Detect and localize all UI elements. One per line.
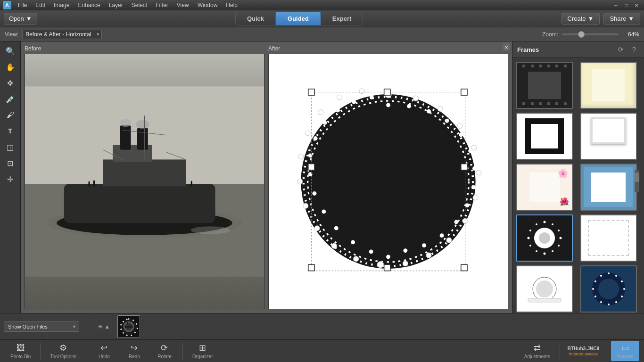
undo-icon: ↩ bbox=[100, 343, 107, 353]
frame-floral[interactable]: 🌸 🌺 bbox=[516, 164, 573, 211]
move-tool[interactable]: ✥ bbox=[3, 75, 18, 90]
svg-point-140 bbox=[134, 332, 136, 333]
minimize-button[interactable]: ─ bbox=[611, 1, 620, 9]
menu-enhance[interactable]: Enhance bbox=[74, 1, 104, 9]
show-open-wrap: Show Open Files Show All Files bbox=[4, 321, 79, 332]
svg-point-119 bbox=[621, 280, 623, 282]
frame-checked[interactable] bbox=[580, 164, 637, 211]
svg-point-83 bbox=[314, 136, 318, 140]
share-button[interactable]: Share ▼ bbox=[603, 13, 640, 25]
frame-filmstrip[interactable] bbox=[516, 62, 573, 109]
maximize-button[interactable]: □ bbox=[621, 1, 631, 9]
menu-edit[interactable]: Edit bbox=[32, 1, 49, 9]
menu-filter[interactable]: Filter bbox=[152, 1, 172, 9]
close-button[interactable]: ✕ bbox=[632, 1, 641, 9]
menu-select[interactable]: Select bbox=[128, 1, 151, 9]
svg-point-51 bbox=[377, 262, 383, 268]
svg-point-43 bbox=[457, 123, 462, 129]
text-tool[interactable]: T bbox=[3, 123, 18, 139]
organizer-button[interactable]: ⊞ Organizer bbox=[187, 341, 219, 361]
toolbar-sep-3 bbox=[182, 343, 183, 360]
svg-point-124 bbox=[600, 301, 602, 303]
view-select[interactable]: Before & After - Horizontal Before Only … bbox=[22, 30, 102, 39]
photo-bin-tool[interactable]: 🖼 Photo Bin bbox=[5, 341, 36, 361]
frame-btnhole-bottom[interactable] bbox=[516, 265, 573, 313]
sort-icon[interactable]: ≡ bbox=[98, 322, 102, 331]
undo-button[interactable]: ↩ Undo bbox=[90, 341, 118, 361]
rotate-button[interactable]: ⟳ Rotate bbox=[150, 341, 179, 361]
frames-refresh-button[interactable]: ⟳ bbox=[616, 44, 626, 55]
svg-point-117 bbox=[608, 272, 610, 274]
svg-point-49 bbox=[426, 253, 431, 258]
show-open-select[interactable]: Show Open Files Show All Files bbox=[4, 321, 79, 332]
frames-title: Frames bbox=[517, 46, 539, 53]
frame-circular-bottom[interactable] bbox=[580, 265, 637, 313]
frame-sticky[interactable] bbox=[580, 62, 637, 109]
menu-file[interactable]: File bbox=[14, 1, 31, 9]
create-button[interactable]: Create ▼ bbox=[561, 13, 600, 25]
svg-point-74 bbox=[403, 248, 407, 253]
adjustments-button[interactable]: ⇄ Adjustments bbox=[519, 341, 556, 361]
redo-label: Redo bbox=[129, 354, 140, 359]
svg-point-145 bbox=[121, 324, 122, 325]
menu-layer[interactable]: Layer bbox=[105, 1, 127, 9]
menu-view[interactable]: View bbox=[173, 1, 193, 9]
photo-bin-scrollbar[interactable] bbox=[635, 170, 639, 192]
crop-tool[interactable]: ⊡ bbox=[3, 156, 18, 171]
adjustments-label: Adjustments bbox=[524, 354, 550, 359]
after-canvas bbox=[268, 54, 508, 309]
svg-point-60 bbox=[337, 95, 342, 100]
main-toolbar: Open ▼ Quick Guided Expert Create ▼ Shar… bbox=[0, 10, 644, 27]
menu-image[interactable]: Image bbox=[50, 1, 73, 9]
open-label: Open bbox=[9, 15, 24, 22]
zoom-slider[interactable] bbox=[562, 33, 619, 35]
brush-tool[interactable]: 🖌 bbox=[3, 107, 18, 123]
svg-rect-13 bbox=[89, 181, 90, 186]
svg-rect-95 bbox=[384, 264, 390, 271]
menu-window[interactable]: Window bbox=[194, 1, 222, 9]
tool-options-btn[interactable]: ⚙ Tool Options bbox=[44, 341, 82, 361]
tab-expert[interactable]: Expert bbox=[321, 12, 363, 25]
svg-rect-135 bbox=[127, 321, 128, 324]
redo-button[interactable]: ↪ Redo bbox=[120, 341, 149, 361]
photo-thumb-item[interactable] bbox=[117, 315, 140, 338]
frames-header: Frames ⟳ ? bbox=[512, 41, 644, 58]
svg-rect-92 bbox=[308, 164, 314, 170]
expand-icon[interactable]: ▲ bbox=[104, 323, 110, 330]
tab-quick[interactable]: Quick bbox=[235, 12, 276, 25]
frames-button[interactable]: ▭ Frames bbox=[611, 341, 639, 361]
open-button[interactable]: Open ▼ bbox=[4, 13, 37, 25]
svg-point-85 bbox=[336, 108, 340, 113]
eyedropper-tool[interactable]: 💉 bbox=[3, 91, 18, 107]
svg-point-127 bbox=[594, 280, 596, 282]
frame-blackborder[interactable] bbox=[516, 113, 573, 160]
svg-point-121 bbox=[621, 296, 623, 297]
transform-tool[interactable]: ✛ bbox=[3, 172, 18, 187]
svg-point-58 bbox=[305, 131, 310, 136]
tab-guided[interactable]: Guided bbox=[276, 12, 321, 25]
svg-point-109 bbox=[528, 237, 530, 239]
before-panel: Before bbox=[25, 45, 264, 309]
hand-tool[interactable]: ✋ bbox=[3, 59, 18, 74]
svg-point-110 bbox=[529, 230, 531, 231]
frames-help-button[interactable]: ? bbox=[629, 44, 639, 55]
zoom-tool[interactable]: 🔍 bbox=[3, 43, 18, 58]
svg-point-120 bbox=[623, 288, 625, 290]
before-label: Before bbox=[25, 45, 264, 52]
rotate-icon: ⟳ bbox=[161, 343, 168, 353]
eraser-tool[interactable]: ◫ bbox=[3, 140, 18, 155]
frame-plain[interactable] bbox=[580, 214, 637, 262]
svg-point-50 bbox=[403, 261, 408, 266]
titlebar-controls: ─ □ ✕ bbox=[611, 1, 641, 9]
svg-point-142 bbox=[126, 334, 128, 336]
svg-point-104 bbox=[558, 245, 560, 247]
svg-rect-96 bbox=[461, 264, 467, 271]
before-canvas bbox=[25, 54, 264, 309]
frame-polaroid[interactable] bbox=[580, 113, 637, 160]
svg-point-84 bbox=[323, 121, 327, 125]
titlebar: A File Edit Image Enhance Layer Select F… bbox=[0, 0, 644, 10]
svg-rect-14 bbox=[93, 181, 95, 186]
after-panel: After bbox=[268, 45, 508, 309]
frame-circular-dark[interactable]: Button Hole bbox=[516, 214, 573, 262]
menu-help[interactable]: Help bbox=[222, 1, 241, 9]
